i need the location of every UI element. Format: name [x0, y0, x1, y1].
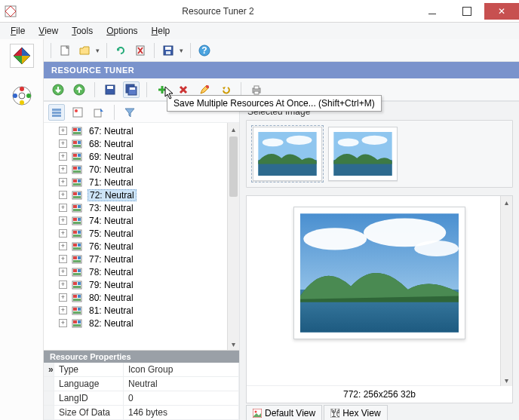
expand-icon[interactable]: +	[59, 255, 67, 263]
dropdown-icon[interactable]: ▾	[94, 47, 101, 54]
filter-icon[interactable]	[121, 104, 138, 121]
resource-icon	[72, 152, 84, 162]
menubar: File View Tools Options Help	[0, 23, 519, 39]
svg-rect-38	[73, 145, 81, 147]
tree-export-icon[interactable]	[91, 104, 107, 121]
svg-point-109	[255, 410, 257, 412]
tree-item[interactable]: + 73: Neutral	[54, 201, 239, 214]
tree-item[interactable]: + 74: Neutral	[54, 214, 239, 227]
expand-icon[interactable]: +	[59, 216, 67, 225]
arrow-up-icon[interactable]	[71, 81, 88, 98]
tree-item[interactable]: + 79: Neutral	[54, 278, 239, 291]
tree-item-label: 78: Neutral	[88, 267, 135, 277]
svg-point-29	[75, 109, 78, 112]
menu-view[interactable]: View	[32, 24, 64, 38]
expand-icon[interactable]: +	[59, 268, 67, 276]
preview-scrollbar[interactable]: ▴▾	[500, 196, 512, 386]
rail-icon-diamond[interactable]	[10, 44, 34, 68]
svg-rect-76	[73, 269, 77, 272]
save-multiple-icon[interactable]	[123, 81, 140, 98]
expand-icon[interactable]: +	[59, 204, 67, 212]
svg-rect-78	[73, 273, 81, 275]
prop-key: LangID	[54, 391, 124, 406]
svg-rect-36	[73, 141, 77, 144]
svg-rect-48	[73, 179, 77, 182]
rail-icon-palette[interactable]	[11, 84, 33, 107]
svg-rect-62	[73, 222, 81, 224]
svg-rect-81	[78, 282, 81, 285]
save-icon[interactable]	[160, 42, 177, 59]
prop-key: Language	[54, 377, 124, 391]
expand-icon[interactable]: +	[59, 178, 67, 186]
svg-rect-61	[78, 218, 81, 221]
image-preview-frame	[293, 207, 465, 339]
expand-icon[interactable]: +	[59, 165, 67, 173]
expand-icon[interactable]: +	[59, 281, 67, 289]
tree-item[interactable]: + 75: Neutral	[54, 227, 239, 240]
tree-item-label: 68: Neutral	[88, 139, 135, 149]
expand-icon[interactable]: +	[59, 191, 67, 199]
tab-hex-view[interactable]: 010101 Hex View	[324, 405, 387, 420]
svg-rect-34	[73, 132, 81, 134]
tab-label: Hex View	[342, 408, 380, 418]
tree-item[interactable]: + 68: Neutral	[54, 137, 239, 150]
svg-rect-52	[73, 192, 77, 195]
svg-rect-32	[73, 128, 77, 131]
tree-item[interactable]: + 72: Neutral	[54, 189, 239, 201]
arrow-down-icon[interactable]	[50, 81, 66, 98]
svg-point-6	[19, 93, 25, 99]
tree-item[interactable]: + 70: Neutral	[54, 163, 239, 176]
tab-default-view[interactable]: Default View	[246, 405, 322, 420]
refresh-icon[interactable]	[112, 42, 129, 59]
svg-rect-93	[78, 320, 81, 323]
tree-item[interactable]: + 80: Neutral	[54, 291, 239, 304]
tree-item-label: 77: Neutral	[88, 254, 135, 265]
expand-icon[interactable]: +	[59, 319, 67, 327]
tree-item[interactable]: + 67: Neutral	[54, 124, 239, 137]
tree-item[interactable]: + 82: Neutral	[54, 317, 239, 330]
menu-options[interactable]: Options	[100, 24, 143, 38]
svg-rect-25	[52, 109, 61, 111]
resource-tree[interactable]: + 67: Neutral+ 68: Neutral+ 69: Neutral+…	[44, 123, 239, 331]
menu-help[interactable]: Help	[146, 24, 177, 38]
tree-expand-icon[interactable]	[48, 104, 65, 121]
svg-rect-23	[254, 86, 259, 89]
thumbnail-1[interactable]	[253, 127, 322, 181]
tree-scrollbar[interactable]: ▴▾	[227, 123, 239, 350]
svg-rect-73	[78, 256, 81, 259]
expand-icon[interactable]: +	[59, 293, 67, 302]
help-icon[interactable]: ?	[196, 42, 213, 59]
svg-point-3	[26, 94, 31, 98]
menu-file[interactable]: File	[5, 24, 31, 38]
new-folder-icon[interactable]	[76, 42, 93, 59]
new-page-icon[interactable]	[57, 42, 73, 59]
expand-icon[interactable]: +	[59, 139, 67, 148]
svg-rect-69	[78, 244, 81, 247]
save-resource-icon[interactable]	[102, 81, 118, 98]
expand-icon[interactable]: +	[59, 242, 67, 250]
svg-text:101: 101	[331, 409, 339, 418]
tree-item[interactable]: + 71: Neutral	[54, 176, 239, 189]
tree-item[interactable]: + 81: Neutral	[54, 304, 239, 317]
expand-icon[interactable]: +	[59, 152, 67, 161]
tooltip: Save Multiple Resources At Once... (Shif…	[167, 95, 382, 112]
maximize-button[interactable]	[450, 3, 484, 20]
svg-rect-94	[73, 324, 81, 326]
dropdown-icon[interactable]: ▾	[177, 47, 185, 54]
expand-icon[interactable]: +	[59, 306, 67, 314]
expand-icon[interactable]: +	[59, 127, 67, 135]
svg-rect-60	[73, 218, 77, 221]
svg-rect-37	[78, 141, 81, 144]
thumbnail-2[interactable]	[328, 127, 398, 181]
resource-icon	[72, 164, 84, 175]
tree-item[interactable]: + 76: Neutral	[54, 240, 239, 253]
tree-view-icon[interactable]	[69, 104, 86, 121]
minimize-button[interactable]	[415, 3, 450, 20]
expand-icon[interactable]: +	[59, 229, 67, 238]
close-button[interactable]	[484, 3, 519, 20]
tree-item[interactable]: + 78: Neutral	[54, 265, 239, 278]
tree-item[interactable]: + 69: Neutral	[54, 150, 239, 163]
menu-tools[interactable]: Tools	[66, 24, 99, 38]
delete-icon[interactable]	[132, 42, 149, 59]
tree-item[interactable]: + 77: Neutral	[54, 253, 239, 265]
